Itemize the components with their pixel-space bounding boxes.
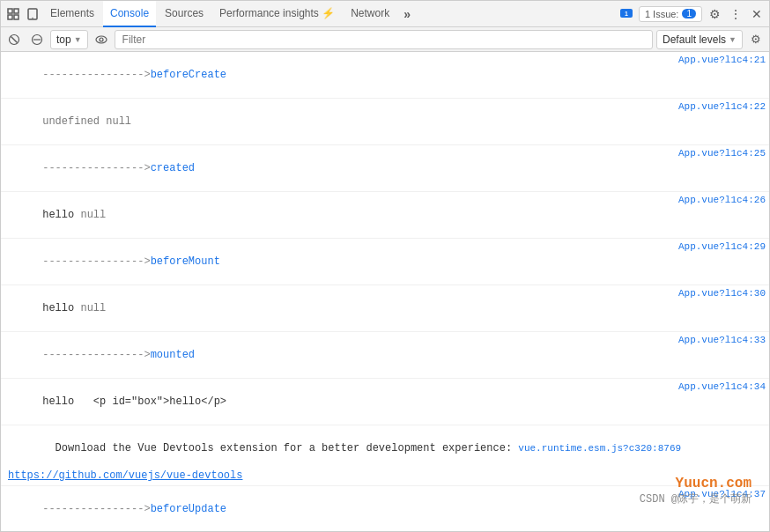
devtools-toolbar: Elements Console Sources Performance ins… (1, 1, 769, 27)
watermark-sub: CSDN @陈宇，是个萌新 (640, 491, 751, 506)
watermark-brand: Yuucn.com (640, 476, 751, 491)
console-row: hello null App.vue?l1c4:30 (1, 285, 769, 332)
console-source-link[interactable]: App.vue?l1c4:22 (671, 100, 766, 112)
close-button[interactable]: ✕ (748, 5, 766, 23)
context-chevron-icon: ▼ (74, 35, 82, 44)
settings-button[interactable]: ⚙ (706, 5, 723, 23)
console-settings-button[interactable]: ⚙ (746, 30, 766, 49)
menu-button[interactable]: ⋮ (727, 5, 744, 23)
mobile-icon[interactable] (24, 5, 41, 23)
console-row: ---------------->beforeCreate App.vue?l1… (1, 52, 769, 99)
svg-line-9 (11, 36, 18, 42)
console-toolbar: top ▼ Default levels ▼ ⚙ (1, 27, 769, 52)
vue-source-link[interactable]: vue.runtime.esm.js?c320:8769 (518, 443, 681, 454)
eye-button[interactable] (92, 30, 111, 49)
console-source-link[interactable]: App.vue?l1c4:26 (671, 194, 766, 205)
tab-sources[interactable]: Sources (158, 1, 211, 27)
console-output: ---------------->beforeCreate App.vue?l1… (1, 52, 769, 532)
default-levels-dropdown[interactable]: Default levels ▼ (656, 30, 743, 49)
console-row: undefined null App.vue?l1c4:22 (1, 99, 769, 145)
console-source-link[interactable]: App.vue?l1c4:30 (671, 287, 766, 299)
svg-rect-2 (8, 15, 12, 19)
svg-point-5 (32, 17, 33, 18)
block-button[interactable] (27, 30, 47, 49)
chat-icon[interactable]: 1 (618, 5, 635, 23)
svg-rect-1 (14, 9, 19, 13)
svg-text:1: 1 (625, 11, 628, 17)
more-tabs-icon[interactable]: » (398, 5, 416, 23)
console-source-link[interactable]: App.vue?l1c4:25 (671, 147, 766, 159)
svg-point-13 (100, 38, 103, 41)
console-row: hello <p id="box">hello</p> App.vue?l1c4… (1, 379, 769, 425)
devtools-link[interactable]: https://github.com/vuejs/vue-devtools (8, 469, 242, 482)
svg-point-12 (96, 36, 107, 43)
tab-network[interactable]: Network (344, 1, 396, 27)
inspect-icon[interactable] (4, 5, 22, 23)
levels-chevron-icon: ▼ (729, 35, 737, 44)
console-row: ---------------->beforeMount App.vue?l1c… (1, 239, 769, 285)
context-dropdown[interactable]: top ▼ (50, 30, 88, 49)
console-source-link[interactable]: App.vue?l1c4:21 (671, 54, 766, 65)
console-row: ---------------->mounted App.vue?l1c4:33 (1, 332, 769, 379)
tab-console[interactable]: Console (103, 1, 156, 27)
console-source-link[interactable]: App.vue?l1c4:33 (671, 334, 766, 345)
console-row: ---------------->created App.vue?l1c4:25 (1, 145, 769, 192)
tab-performance[interactable]: Performance insights ⚡ (212, 1, 342, 27)
console-row: hello null App.vue?l1c4:26 (1, 192, 769, 239)
svg-rect-0 (8, 9, 12, 13)
clear-console-button[interactable] (4, 30, 24, 49)
svg-rect-3 (14, 15, 19, 19)
console-source-link[interactable]: App.vue?l1c4:29 (671, 240, 766, 252)
watermark: Yuucn.com CSDN @陈宇，是个萌新 (640, 476, 751, 506)
filter-input[interactable] (115, 30, 653, 49)
console-source-link[interactable]: App.vue?l1c4:34 (671, 381, 766, 392)
tab-elements[interactable]: Elements (43, 1, 101, 27)
issues-badge[interactable]: 1 Issue: 1 (639, 6, 702, 22)
